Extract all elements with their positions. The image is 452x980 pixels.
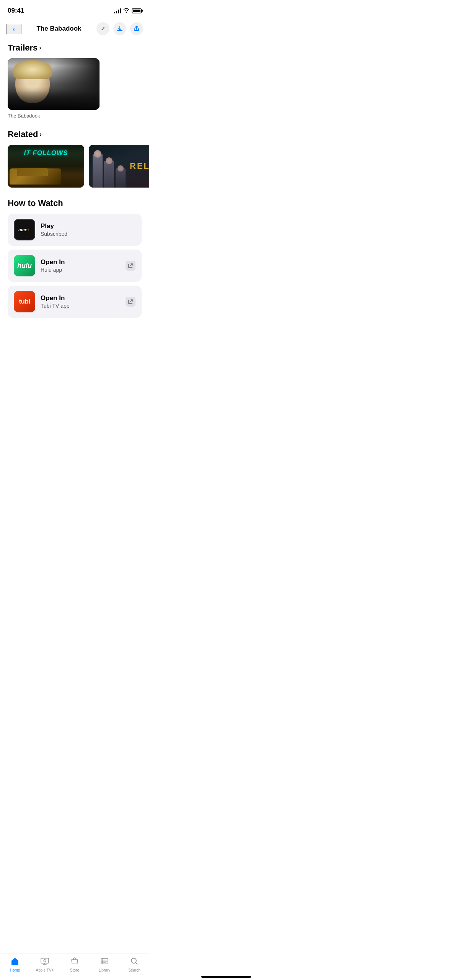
amc-icon: amc+	[14, 219, 35, 240]
trailers-scroll: The Babadook	[0, 58, 149, 119]
watch-option-amc[interactable]: amc+ Play Subscribed	[8, 214, 142, 246]
related-card-relic[interactable]: Relic	[89, 145, 149, 188]
tubi-external-icon	[126, 297, 135, 307]
tubi-icon: tubi	[14, 291, 35, 312]
trailers-header: Trailers ›	[0, 43, 149, 53]
hulu-external-icon	[126, 261, 135, 271]
status-time: 09:41	[8, 7, 24, 15]
trailers-chevron: ›	[39, 44, 41, 51]
back-button[interactable]: ‹	[6, 24, 21, 34]
status-icons	[114, 8, 142, 14]
hulu-sub: Hulu app	[41, 267, 120, 273]
how-to-watch-title: How to Watch	[8, 198, 142, 208]
related-header: Related ›	[0, 129, 149, 139]
trailers-title: Trailers	[8, 43, 38, 53]
battery-icon	[132, 8, 142, 13]
it-follows-title: It Follows	[11, 149, 80, 157]
watch-option-hulu[interactable]: hulu Open In Hulu app	[8, 250, 142, 282]
relic-title: Relic	[130, 161, 149, 171]
babadook-still	[8, 58, 100, 110]
wifi-icon	[123, 8, 129, 14]
watch-options-list: amc+ Play Subscribed hulu Open In Hulu a…	[8, 214, 142, 318]
hulu-info: Open In Hulu app	[41, 258, 120, 273]
trailers-section: Trailers ›	[0, 43, 149, 119]
related-scroll: It Follows	[0, 145, 149, 188]
tubi-sub: Tubi TV app	[41, 303, 120, 309]
tubi-action: Open In	[41, 294, 120, 302]
page-title: The Babadook	[21, 25, 96, 33]
trailers-link[interactable]: Trailers ›	[8, 43, 41, 53]
signal-icon	[114, 8, 121, 13]
tubi-info: Open In Tubi TV app	[41, 294, 120, 309]
related-link[interactable]: Related ›	[8, 129, 42, 139]
nav-header: ‹ The Babadook ✓	[0, 19, 149, 40]
how-to-watch-section: How to Watch amc+ Play Subscribed hulu	[0, 198, 149, 318]
related-chevron: ›	[39, 131, 41, 138]
watch-option-tubi[interactable]: tubi Open In Tubi TV app	[8, 286, 142, 318]
trailer-label: The Babadook	[8, 113, 100, 119]
main-content: Trailers ›	[0, 40, 149, 370]
share-button[interactable]	[130, 22, 143, 35]
amc-action: Play	[41, 222, 135, 230]
trailer-card-babadook[interactable]: The Babadook	[8, 58, 100, 119]
trailer-thumbnail	[8, 58, 100, 110]
amc-info: Play Subscribed	[41, 222, 135, 237]
amc-sub: Subscribed	[41, 231, 135, 237]
status-bar: 09:41	[0, 0, 149, 19]
related-card-it-follows[interactable]: It Follows	[8, 145, 84, 188]
hulu-icon: hulu	[14, 255, 35, 276]
related-title: Related	[8, 129, 38, 139]
check-button[interactable]: ✓	[96, 22, 109, 35]
download-button[interactable]	[113, 22, 126, 35]
hulu-action: Open In	[41, 258, 120, 266]
related-section: Related › It Follows	[0, 129, 149, 188]
nav-actions: ✓	[96, 22, 143, 35]
